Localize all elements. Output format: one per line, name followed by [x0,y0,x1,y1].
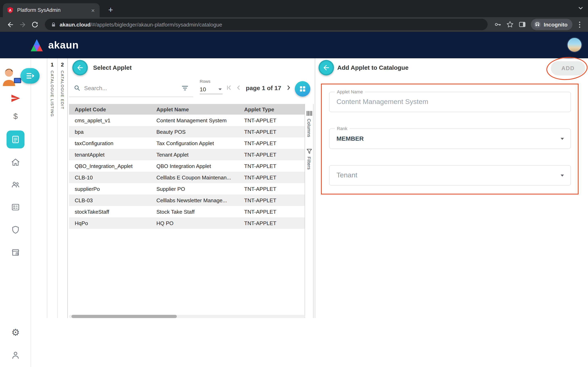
table-header-row: Applet Code Applet Name Applet Type [69,104,305,115]
step-number: 2 [61,62,64,68]
akaun-logo[interactable]: akaun [29,39,79,52]
table-cell: Beauty POS [151,126,238,137]
table-cell: TNT-APPLET [238,206,305,217]
bookmark-star-icon[interactable] [504,18,516,31]
app-header: akaun [0,32,588,58]
current-page: 1 [262,84,265,91]
sidebar-user-avatar[interactable] [0,67,22,88]
table-row[interactable]: stockTakeStaffStock Take StaffTNT-APPLET [69,206,305,217]
reload-icon[interactable] [29,18,41,31]
sidebar-menu-toggle-button[interactable] [20,68,40,83]
table-row[interactable]: CLB-03Celllabs Newsletter Manage...TNT-A… [69,194,305,206]
add-applet-title: Add Applet to Catalogue [337,64,408,71]
add-button[interactable]: ADD [551,61,585,75]
chevron-down-icon [218,89,222,90]
table-cell: TNT-APPLET [238,137,305,149]
table-cell: TNT-APPLET [238,183,305,194]
table-row[interactable]: CLB-10Celllabs E Coupon Maintenan...TNT-… [69,172,305,183]
rows-per-page[interactable]: Rows 10 [200,79,223,94]
home-icon [11,157,20,167]
rank-select[interactable]: Rank MEMBER [329,128,571,149]
storefront-icon [11,248,20,257]
applet-name-field: Applet Name Content Management System [329,92,571,112]
arrow-back-icon [322,64,330,72]
table-row[interactable]: bpaBeauty POSTNT-APPLET [69,126,305,137]
table-cell: CLB-10 [69,172,151,183]
col-applet-name[interactable]: Applet Name [151,104,238,115]
user-profile-avatar[interactable] [567,37,582,53]
search-input[interactable] [83,84,178,92]
col-applet-type[interactable]: Applet Type [238,104,305,115]
tab-list-chevron-icon[interactable] [577,5,584,13]
url-bar[interactable]: akaun.cloud/#/applets/bigledger/akaun-pl… [45,19,487,30]
table-cell: TNT-APPLET [238,217,305,229]
step-number: 1 [51,62,53,68]
filter-list-icon[interactable] [182,85,188,91]
sidebar-item-billing[interactable]: $ [0,112,31,121]
horizontal-scrollbar[interactable] [69,315,305,318]
sidebar-item-security[interactable] [0,225,31,235]
chevron-down-icon [561,175,564,176]
tab-close-icon[interactable]: × [90,6,95,14]
filters-tab[interactable]: Filters [307,156,311,169]
select-applet-title: Select Applet [93,64,132,71]
tab-title: Platform SysAdmin [17,7,90,13]
incognito-label: Incognito [544,21,568,27]
apps-grid-icon [299,85,306,92]
table-row[interactable]: cms_applet_v1Content Management SystemTN… [69,115,305,126]
sidebar-item-account[interactable] [0,350,31,360]
logo-text: akaun [48,39,79,51]
stepper-tabs: 1 CATALOGUE LISTING 2 CATALOGUE EDIT [47,58,68,318]
forward-nav-icon[interactable] [16,18,29,31]
password-key-icon[interactable] [492,18,504,31]
next-page-icon[interactable] [285,84,292,91]
sidebar-item-send[interactable] [0,93,31,103]
table-row[interactable]: supplierPoSupplier POTNT-APPLET [69,183,305,194]
back-nav-icon[interactable] [4,18,16,31]
total-pages: 17 [274,84,281,91]
add-applet-back-button[interactable] [319,60,334,75]
tab-catalogue-listing[interactable]: 1 CATALOGUE LISTING [47,58,57,318]
table-row[interactable]: QBO_Integration_AppletQBO Integration Ap… [69,160,305,172]
select-applet-back-button[interactable] [72,60,88,75]
scrollbar-thumb[interactable] [71,315,177,318]
angular-favicon-icon: A [7,7,13,13]
tab-catalogue-edit[interactable]: 2 CATALOGUE EDIT [57,58,67,318]
sidebar-item-cards[interactable] [0,202,31,212]
table-cell: HQ PO [151,217,238,229]
table-row[interactable]: tenantAppletTenant AppletTNT-APPLET [69,149,305,160]
browser-menu-icon[interactable] [575,18,584,31]
columns-tab[interactable]: Columns [307,119,311,137]
prev-page-icon[interactable] [235,84,242,91]
rows-label: Rows [200,79,223,83]
active-tile [7,131,25,149]
akaun-triangle-icon [29,39,44,52]
panel-divider [315,58,315,318]
shield-icon [11,225,20,235]
columns-icon[interactable] [306,110,312,116]
table-row[interactable]: taxConfigurationTax Configuration Applet… [69,137,305,149]
table-cell: TNT-APPLET [238,115,305,126]
table-cell: TNT-APPLET [238,172,305,183]
col-applet-code[interactable]: Applet Code [69,104,151,115]
table-row[interactable]: HqPoHQ POTNT-APPLET [69,217,305,229]
sidebar-item-settings[interactable]: ⚙ [0,328,31,337]
side-panel-icon[interactable] [516,18,528,31]
tenant-select[interactable]: Tenant [329,165,571,185]
table-cell: Supplier PO [151,183,238,194]
sidebar-item-store[interactable] [0,248,31,257]
table-cell: bpa [69,126,151,137]
sidebar-item-users[interactable] [0,180,31,190]
grid-view-button[interactable] [295,81,310,97]
browser-tab[interactable]: A Platform SysAdmin × [3,3,100,17]
sidebar-item-home[interactable] [0,157,31,167]
table-cell: supplierPo [69,183,151,194]
rank-value: MEMBER [329,129,571,149]
new-tab-button[interactable]: + [104,4,117,16]
filter-funnel-icon[interactable] [306,148,312,154]
table-cell: taxConfiguration [69,137,151,149]
tenant-placeholder: Tenant [329,166,571,185]
first-page-icon[interactable] [225,84,233,91]
person-icon [11,350,20,360]
sidebar-item-catalogue-active[interactable] [0,131,31,149]
